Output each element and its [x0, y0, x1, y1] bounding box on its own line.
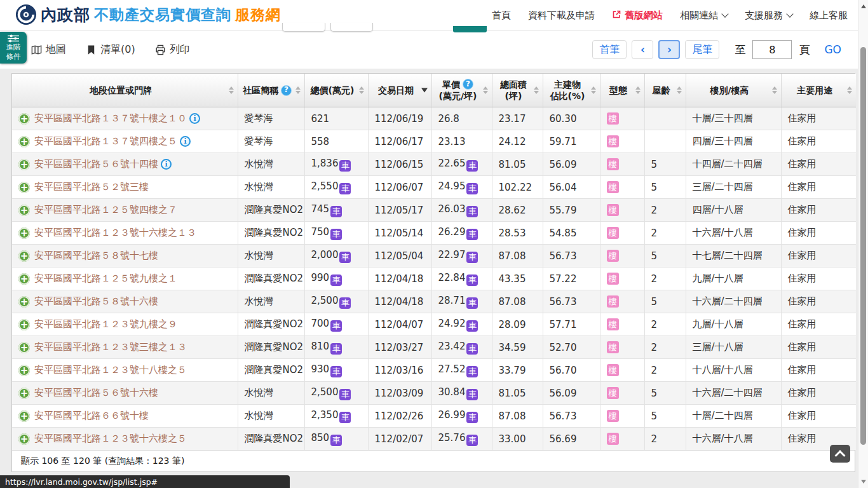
site-brand[interactable]: 內政部 不動產交易實價查詢 服務網 — [15, 4, 281, 25]
nav-item-online-service[interactable]: 線上客服 — [810, 10, 848, 22]
expand-row-icon[interactable]: + — [18, 296, 30, 308]
address-link[interactable]: 安平區國平北路１２３號十八樓之５ — [34, 364, 187, 376]
expand-row-icon[interactable]: + — [18, 250, 30, 262]
col-header-label: 主建物佔比(%) — [546, 79, 590, 102]
expand-row-icon[interactable]: + — [18, 227, 30, 239]
sort-arrows-icon[interactable] — [534, 86, 539, 94]
address-link[interactable]: 安平區國平北路１２５號四樓之７ — [34, 204, 177, 216]
address-link[interactable]: 安平區國平北路５２號三樓 — [34, 181, 149, 193]
unit-price-value: 26.29 — [438, 226, 466, 238]
info-icon[interactable]: i — [189, 113, 200, 124]
expand-row-icon[interactable]: + — [18, 433, 30, 445]
back-to-top-button[interactable] — [830, 445, 850, 463]
sort-arrows-icon[interactable] — [635, 86, 641, 94]
col-header-community[interactable]: 社區簡稱? — [238, 74, 304, 107]
unit-price-value: 27.52 — [438, 363, 466, 375]
address-link[interactable]: 安平區國平北路５８號十六樓 — [34, 295, 158, 308]
address-link[interactable]: 安平區國平北路１２３號九樓之９ — [34, 318, 177, 330]
expand-row-icon[interactable]: + — [18, 205, 30, 216]
sort-arrows-icon[interactable] — [359, 86, 364, 94]
help-icon[interactable]: ? — [463, 79, 473, 90]
nav-item-home[interactable]: 首頁 — [492, 10, 511, 22]
nav-item-old-site[interactable]: 舊版網站 — [612, 10, 663, 22]
sort-arrows-icon[interactable] — [229, 86, 234, 94]
address-link[interactable]: 安平區國平北路５６號十四樓 — [34, 158, 158, 170]
expand-row-icon[interactable]: + — [18, 273, 30, 285]
expand-row-icon[interactable]: + — [18, 136, 30, 147]
col-header-area[interactable]: 總面積(坪) — [492, 74, 543, 107]
nav-item-support[interactable]: 支援服務 — [745, 10, 792, 22]
sort-arrows-icon[interactable] — [295, 86, 301, 94]
prev-page-button[interactable]: ‹ — [632, 40, 653, 59]
address-link[interactable]: 安平區國平北路１２３號十六樓之５ — [34, 433, 187, 445]
address-link[interactable]: 安平區國平北路５８號十七樓 — [34, 250, 158, 262]
expand-row-icon[interactable]: + — [18, 113, 30, 125]
first-page-button[interactable]: 首筆 — [592, 40, 627, 59]
address-link[interactable]: 安平區國平北路５６號十六樓 — [34, 387, 158, 399]
help-icon[interactable]: ? — [281, 85, 292, 96]
clipped-form-button[interactable] — [282, 23, 325, 32]
cell-type: 樓 — [600, 222, 644, 245]
col-header-usage[interactable]: 主要用途 — [781, 74, 856, 107]
sort-arrows-icon[interactable] — [483, 86, 488, 94]
map-view-button[interactable]: 地圖 — [31, 43, 66, 57]
sort-arrows-icon[interactable] — [677, 86, 682, 94]
scrollbar-thumb[interactable] — [860, 47, 866, 445]
print-button[interactable]: 列印 — [154, 43, 190, 57]
cell-unit-price: 22.65車 — [431, 153, 492, 176]
cell-type: 樓 — [600, 313, 644, 336]
clipped-form-button[interactable] — [330, 23, 373, 32]
content-area: 地段位置或門牌社區簡稱?總價(萬元)交易日期單價?(萬元/坪)總面積(坪)主建物… — [0, 69, 858, 488]
expand-row-icon[interactable]: + — [18, 159, 30, 170]
info-icon[interactable]: i — [180, 136, 191, 147]
vertical-scrollbar[interactable] — [858, 0, 868, 488]
sort-arrows-icon[interactable] — [847, 86, 852, 94]
advanced-filter-tab[interactable]: 進階 條件 — [0, 32, 27, 64]
expand-row-icon[interactable]: + — [18, 182, 30, 193]
cell-floor: 十七層/二十四層 — [686, 245, 781, 268]
expand-row-icon[interactable]: + — [18, 365, 30, 376]
cell-floor: 三層/十八層 — [686, 336, 781, 359]
col-header-price[interactable]: 總價(萬元) — [304, 74, 368, 107]
cell-ratio: 57.71 — [543, 313, 600, 336]
last-page-button[interactable]: 尾筆 — [685, 40, 719, 59]
address-link[interactable]: 安平區國平北路６６號十樓 — [34, 410, 149, 422]
col-header-ratio[interactable]: 主建物佔比(%) — [543, 74, 600, 107]
info-icon[interactable]: i — [161, 159, 172, 170]
expand-row-icon[interactable]: + — [18, 319, 30, 330]
cell-usage: 住家用 — [781, 130, 856, 153]
cell-address: +安平區國平北路１２３號十八樓之５ — [12, 359, 238, 382]
address-link[interactable]: 安平區國平北路１２３號十六樓之１３ — [34, 227, 196, 239]
address-link[interactable]: 安平區國平北路１３７號四樓之５ — [34, 135, 177, 147]
expand-row-icon[interactable]: + — [18, 410, 30, 422]
address-link[interactable]: 安平區國平北路１３７號十樓之１０ — [34, 112, 187, 125]
nav-item-related-links[interactable]: 相關連結 — [680, 10, 728, 22]
address-link[interactable]: 安平區國平北路１２３號三樓之１３ — [34, 341, 187, 353]
expand-row-icon[interactable]: + — [18, 388, 30, 399]
scroll-up-arrow-icon[interactable] — [861, 4, 866, 8]
col-header-address[interactable]: 地段位置或門牌 — [12, 74, 238, 107]
go-button[interactable]: GO — [817, 39, 849, 60]
next-page-button[interactable]: › — [658, 40, 680, 59]
col-header-age[interactable]: 屋齡 — [644, 74, 686, 107]
col-header-date[interactable]: 交易日期 — [368, 74, 431, 107]
expand-row-icon[interactable]: + — [18, 342, 30, 353]
col-header-unit_price[interactable]: 單價?(萬元/坪) — [431, 74, 492, 107]
page-number-input[interactable] — [752, 40, 792, 59]
col-header-label: 總面積(坪) — [495, 79, 532, 102]
scroll-down-arrow-icon[interactable] — [861, 480, 866, 484]
col-header-type[interactable]: 型態 — [600, 74, 644, 107]
cell-address: +安平區國平北路１２３號三樓之１３ — [12, 336, 238, 359]
table-row: +安平區國平北路１２３號十八樓之５潤隆真愛NO2930車112/03/1627.… — [12, 359, 856, 382]
col-header-floor[interactable]: 樓別/樓高 — [686, 74, 781, 107]
results-summary-bar: 顯示 106 至 120 筆 (查詢結果 : 123 筆) — [12, 450, 855, 471]
cell-ratio: 59.71 — [543, 130, 600, 153]
clipped-search-button[interactable] — [453, 26, 487, 32]
nav-item-downloads[interactable]: 資料下載及申請 — [528, 10, 595, 22]
saved-list-button[interactable]: 清單(0) — [85, 43, 135, 57]
sort-arrows-icon[interactable] — [591, 86, 596, 94]
address-link[interactable]: 安平區國平北路１２５號九樓之１ — [34, 273, 177, 285]
sort-arrows-icon[interactable] — [772, 86, 777, 94]
cell-age: 5 — [644, 290, 686, 313]
sort-arrows-icon[interactable] — [421, 88, 428, 93]
